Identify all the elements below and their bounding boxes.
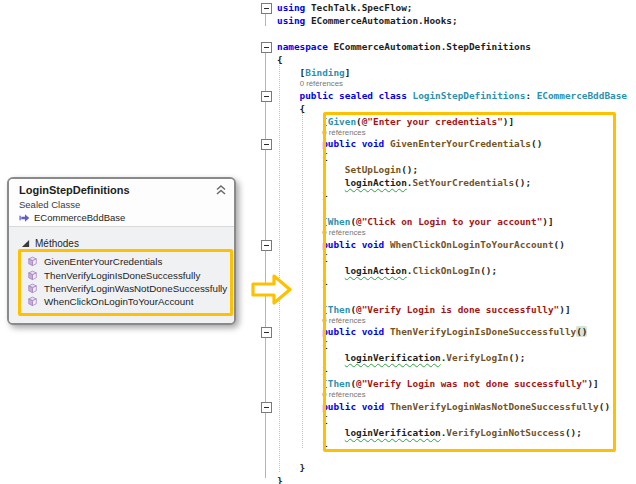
- arrow-right-icon: [19, 213, 30, 223]
- fold-region-line: [265, 52, 266, 478]
- popup-header: LoginStepDefinitions Sealed Classe EComm…: [9, 179, 234, 226]
- code-line[interactable]: {: [277, 413, 328, 426]
- code-token: [: [277, 116, 328, 127]
- code-token: }: [277, 440, 328, 451]
- code-line[interactable]: {: [277, 102, 305, 115]
- expanded-triangle-icon: [21, 239, 30, 248]
- code-token: [: [277, 67, 305, 78]
- class-details-popup: LoginStepDefinitions Sealed Classe EComm…: [7, 177, 236, 325]
- minus-box-icon[interactable]: [261, 327, 272, 338]
- code-token: [277, 239, 322, 250]
- code-line[interactable]: }: [277, 364, 328, 377]
- base-class-row[interactable]: ECommerceBddBase: [19, 212, 125, 223]
- code-token: {: [277, 103, 305, 114]
- purple-cube-icon: [27, 256, 38, 267]
- code-token: namespace: [277, 41, 328, 52]
- minus-box-icon[interactable]: [261, 240, 272, 251]
- code-line[interactable]: public sealed class LoginStepDefinitions…: [277, 89, 627, 102]
- class-name: LoginStepDefinitions: [19, 184, 130, 196]
- code-token: using: [277, 2, 305, 13]
- fold-region-line: [265, 12, 266, 26]
- code-line[interactable]: using ECommerceAutomation.Hooks;: [277, 14, 458, 27]
- minus-box-icon[interactable]: [261, 91, 272, 102]
- class-kind-label: Sealed Classe: [19, 199, 80, 210]
- code-token: }: [277, 190, 328, 201]
- base-class-name: ECommerceBddBase: [34, 212, 125, 223]
- method-name: ThenVerifyLoginIsDoneSuccessfully: [44, 270, 200, 281]
- code-line[interactable]: }: [277, 439, 328, 452]
- code-token: ECommerceBddBase: [537, 90, 627, 101]
- methods-annotation-box: GivenEnterYourCredentials ThenVerifyLogi…: [18, 249, 233, 316]
- code-line[interactable]: [Binding]: [277, 66, 350, 79]
- code-token: using: [277, 15, 305, 26]
- code-token: [277, 138, 322, 149]
- code-token: }: [277, 475, 283, 484]
- code-token: {: [277, 339, 328, 350]
- code-token: }: [277, 462, 305, 473]
- code-token: public sealed class: [300, 90, 407, 101]
- code-line[interactable]: }: [277, 461, 305, 474]
- code-token: {: [277, 252, 328, 263]
- double-chevron-up-icon[interactable]: [215, 185, 227, 195]
- code-token: {: [277, 414, 328, 425]
- code-line[interactable]: namespace ECommerceAutomation.StepDefini…: [277, 40, 531, 53]
- method-name: WhenClickOnLoginToYourAccount: [44, 296, 193, 307]
- code-line[interactable]: using TechTalk.SpecFlow;: [277, 1, 412, 14]
- method-list-item[interactable]: ThenVerifyLoginIsDoneSuccessfully: [21, 268, 230, 281]
- purple-cube-icon: [27, 270, 38, 281]
- block-arrow-right-icon: [251, 273, 293, 306]
- code-token: [: [277, 378, 328, 389]
- outlining-margin: [261, 0, 273, 484]
- method-list-item[interactable]: GivenEnterYourCredentials: [21, 255, 230, 268]
- code-line[interactable]: {: [277, 251, 328, 264]
- code-token: {: [277, 54, 283, 65]
- minus-box-icon[interactable]: [261, 3, 272, 14]
- purple-cube-icon: [27, 296, 38, 307]
- method-list-item[interactable]: WhenClickOnLoginToYourAccount: [21, 295, 230, 308]
- code-token: :: [525, 90, 536, 101]
- code-token: [277, 90, 300, 101]
- code-line[interactable]: {: [277, 53, 283, 66]
- popup-body: Méthodes GivenEnterYourCredentials ThenV…: [9, 226, 234, 323]
- code-token: LoginStepDefinitions: [412, 90, 525, 101]
- code-annotation-box: [323, 112, 616, 452]
- code-token: {: [277, 151, 328, 162]
- minus-box-icon[interactable]: [261, 402, 272, 413]
- methods-section-header[interactable]: Méthodes: [21, 238, 79, 249]
- codelens-reference-count[interactable]: 0 références: [277, 79, 343, 89]
- code-token: Binding: [305, 67, 345, 78]
- code-token: TechTalk.SpecFlow;: [305, 2, 412, 13]
- code-line[interactable]: {: [277, 150, 328, 163]
- minus-box-icon[interactable]: [261, 139, 272, 150]
- method-list-item[interactable]: ThenVerifyLoginWasNotDoneSuccessfully: [21, 282, 230, 295]
- method-name: GivenEnterYourCredentials: [44, 256, 162, 267]
- code-token: [277, 326, 322, 337]
- minus-box-icon[interactable]: [261, 42, 272, 53]
- code-line[interactable]: {: [277, 338, 328, 351]
- method-name: ThenVerifyLoginWasNotDoneSuccessfully: [44, 283, 227, 294]
- code-token: ]: [345, 67, 351, 78]
- code-token: ECommerceAutomation.Hooks;: [305, 15, 457, 26]
- code-line[interactable]: }: [277, 474, 283, 484]
- code-token: }: [277, 365, 328, 376]
- code-line[interactable]: }: [277, 189, 328, 202]
- code-token: [277, 401, 322, 412]
- methods-list: GivenEnterYourCredentials ThenVerifyLogi…: [21, 255, 230, 309]
- purple-cube-icon: [27, 283, 38, 294]
- code-token: [: [277, 216, 328, 227]
- code-token: 0 références: [300, 79, 343, 88]
- code-token: ECommerceAutomation.StepDefinitions: [328, 41, 531, 52]
- screenshot-root: using TechTalk.SpecFlow;using ECommerceA…: [0, 0, 636, 484]
- methods-section-label: Méthodes: [35, 238, 79, 249]
